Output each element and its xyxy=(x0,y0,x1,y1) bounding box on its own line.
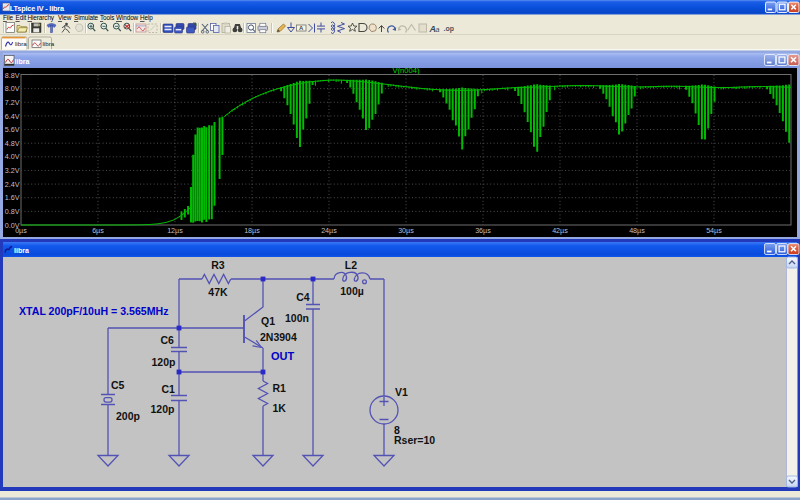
svg-text:C4: C4 xyxy=(296,291,310,303)
svg-text:XTAL 200pF/10uH = 3.565MHz: XTAL 200pF/10uH = 3.565MHz xyxy=(19,305,168,317)
svg-text:18µs: 18µs xyxy=(244,226,260,235)
svg-text:libra: libra xyxy=(15,58,30,65)
svg-text:OUT: OUT xyxy=(271,350,295,362)
svg-text:6.4V: 6.4V xyxy=(5,112,20,121)
svg-text:Hierarchy: Hierarchy xyxy=(28,14,55,22)
svg-text:Window: Window xyxy=(116,14,139,21)
svg-text:6µs: 6µs xyxy=(92,226,104,235)
svg-text:View: View xyxy=(58,14,72,21)
svg-text:Tools: Tools xyxy=(100,14,114,21)
svg-text:Help: Help xyxy=(140,14,153,22)
svg-text:1K: 1K xyxy=(273,402,287,414)
svg-text:200p: 200p xyxy=(116,410,140,422)
svg-text:0.8V: 0.8V xyxy=(5,207,20,216)
svg-text:File: File xyxy=(3,14,13,21)
svg-text:100µ: 100µ xyxy=(340,285,364,297)
svg-text:30µs: 30µs xyxy=(398,226,414,235)
svg-text:48µs: 48µs xyxy=(629,226,645,235)
svg-text:R1: R1 xyxy=(273,382,287,394)
svg-text:LTspice IV - libra: LTspice IV - libra xyxy=(10,4,65,13)
svg-text:L2: L2 xyxy=(345,259,357,271)
svg-text:1.6V: 1.6V xyxy=(5,193,20,202)
svg-text:Q1: Q1 xyxy=(261,315,275,327)
svg-text:42µs: 42µs xyxy=(552,226,568,235)
svg-text:V1: V1 xyxy=(395,386,408,398)
svg-text:4.8V: 4.8V xyxy=(5,139,20,148)
svg-text:Simulate: Simulate xyxy=(74,14,99,21)
svg-text:7.2V: 7.2V xyxy=(5,98,20,107)
svg-text:2N3904: 2N3904 xyxy=(260,331,297,343)
svg-text:54µs: 54µs xyxy=(706,226,722,235)
svg-text:Rser=10: Rser=10 xyxy=(394,434,435,446)
svg-text:4.0V: 4.0V xyxy=(5,152,20,161)
svg-text:36µs: 36µs xyxy=(475,226,491,235)
svg-text:47K: 47K xyxy=(208,286,228,298)
svg-text:12µs: 12µs xyxy=(167,226,183,235)
svg-text:R3: R3 xyxy=(211,259,225,271)
svg-text:3.2V: 3.2V xyxy=(5,166,20,175)
svg-text:8.8V: 8.8V xyxy=(5,71,20,80)
svg-text:C6: C6 xyxy=(161,334,175,346)
svg-text:8.0V: 8.0V xyxy=(5,84,20,93)
svg-text:0µs: 0µs xyxy=(15,226,27,235)
svg-text:A: A xyxy=(299,25,304,31)
svg-text:V(n004): V(n004) xyxy=(392,66,419,75)
svg-text:C1: C1 xyxy=(162,383,176,395)
svg-text:120p: 120p xyxy=(151,403,175,415)
svg-text:C5: C5 xyxy=(111,379,125,391)
svg-text:120p: 120p xyxy=(152,356,176,368)
svg-text:libra: libra xyxy=(43,40,55,47)
svg-text:Edit: Edit xyxy=(16,14,27,21)
svg-text:100n: 100n xyxy=(285,312,309,324)
svg-text:5.6V: 5.6V xyxy=(5,125,20,134)
svg-text:libra: libra xyxy=(14,247,29,254)
svg-text:.op: .op xyxy=(444,25,455,33)
svg-text:a: a xyxy=(436,26,440,33)
svg-text:24µs: 24µs xyxy=(321,226,337,235)
svg-text:libra: libra xyxy=(15,40,27,47)
svg-text:2.4V: 2.4V xyxy=(5,180,20,189)
